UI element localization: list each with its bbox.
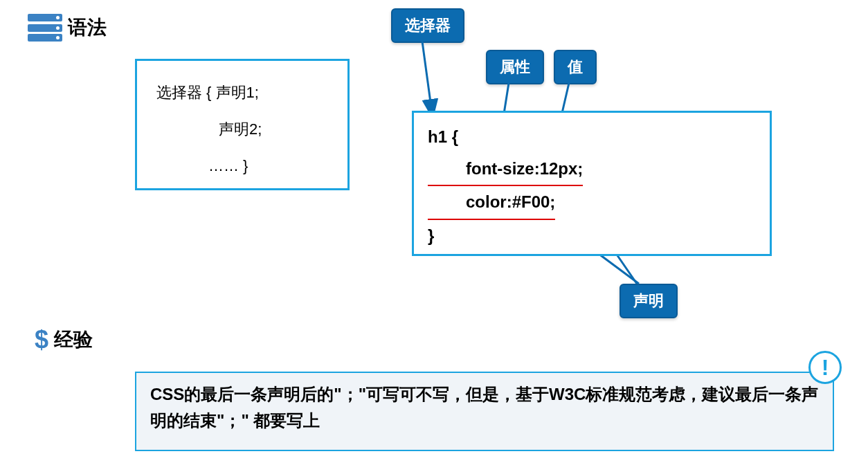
dollar-icon: $ [35,325,48,354]
syntax-title: 语法 [68,15,107,41]
example-line-1: h1 { [428,121,756,153]
example-line-4: } [428,220,756,252]
example-box: h1 { font-size:12px; color:#F00; } [412,111,772,256]
label-attribute: 属性 [486,50,544,84]
syntax-line-1: 选择器 { 声明1; [156,75,328,111]
svg-line-1 [422,42,433,118]
syntax-section-header: 语法 [28,14,107,42]
label-declaration: 声明 [620,284,678,318]
experience-section-header: $ 经验 [35,325,93,354]
syntax-line-2: 声明2; [156,111,328,148]
label-selector: 选择器 [391,8,464,43]
info-icon: ! [808,351,842,384]
experience-text: CSS的最后一条声明后的"；"可写可不写，但是，基于W3C标准规范考虑，建议最后… [150,381,819,435]
example-line-3: color:#F00; [428,186,555,220]
syntax-line-3: …… } [156,148,328,185]
example-line-2: font-size:12px; [428,153,583,187]
syntax-box: 选择器 { 声明1; 声明2; …… } [135,59,350,190]
label-value: 值 [554,50,597,84]
server-stack-icon [28,14,62,42]
experience-box: CSS的最后一条声明后的"；"可写可不写，但是，基于W3C标准规范考虑，建议最后… [135,372,834,451]
experience-title: 经验 [54,327,93,353]
